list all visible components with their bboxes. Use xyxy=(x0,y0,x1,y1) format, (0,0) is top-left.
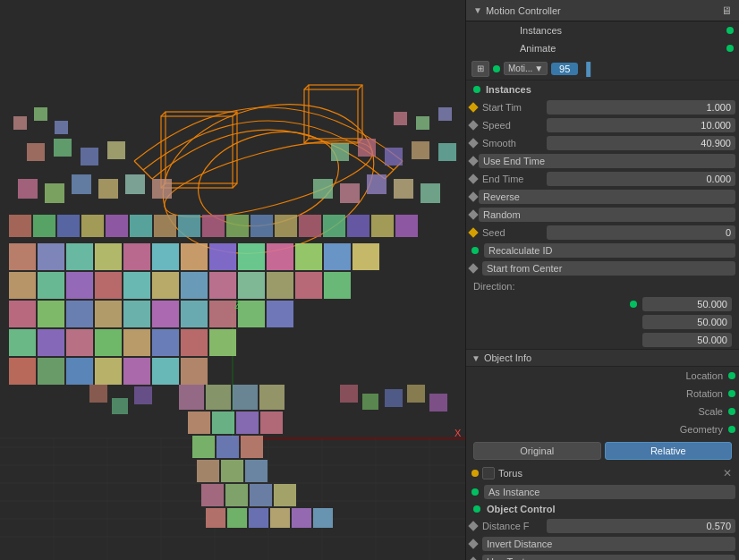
svg-rect-145 xyxy=(249,508,268,528)
random-label[interactable]: Random xyxy=(479,208,735,222)
svg-rect-59 xyxy=(181,301,208,327)
use-textures-label[interactable]: Use Textures xyxy=(482,555,735,560)
motion-dropdown[interactable]: Moti... ▼ xyxy=(504,62,548,75)
svg-rect-39 xyxy=(38,358,64,385)
invert-distance-label[interactable]: Invert Distance xyxy=(482,537,735,551)
start-from-center-label[interactable]: Start from Center xyxy=(482,261,735,276)
use-end-time-diamond-icon[interactable] xyxy=(468,156,478,165)
svg-rect-87 xyxy=(353,243,379,270)
smooth-value[interactable]: 40.900 xyxy=(547,136,735,150)
smooth-label: Smooth xyxy=(482,138,545,148)
seed-value[interactable]: 0 xyxy=(547,225,735,240)
torus-label: Torus xyxy=(498,468,718,479)
smooth-diamond-icon[interactable] xyxy=(468,138,478,148)
svg-rect-79 xyxy=(123,243,150,270)
rotation-socket[interactable] xyxy=(728,390,735,397)
svg-rect-78 xyxy=(95,243,122,270)
smooth-row: Smooth 40.900 xyxy=(466,134,739,152)
seed-diamond-icon[interactable] xyxy=(468,227,478,237)
start-time-row: Start Tim 1.000 xyxy=(466,98,739,116)
svg-rect-144 xyxy=(227,508,247,528)
svg-rect-52 xyxy=(209,329,236,356)
speed-diamond-icon[interactable] xyxy=(468,120,478,130)
svg-rect-86 xyxy=(324,243,351,270)
direction-value-1-row: 50.000 xyxy=(466,295,739,313)
original-relative-row: Original Relative xyxy=(466,438,739,463)
svg-rect-104 xyxy=(395,215,418,237)
svg-rect-158 xyxy=(34,107,47,121)
seed-label: Seed xyxy=(482,227,545,238)
direction-label: Direction: xyxy=(473,281,514,292)
reverse-row: Reverse xyxy=(466,188,739,206)
animate-socket[interactable] xyxy=(726,45,734,52)
relative-button[interactable]: Relative xyxy=(605,442,733,460)
reverse-label[interactable]: Reverse xyxy=(479,190,735,204)
end-time-value[interactable]: 0.000 xyxy=(547,172,735,186)
viewport[interactable]: X Z xyxy=(0,0,465,560)
svg-rect-128 xyxy=(259,385,285,410)
svg-rect-85 xyxy=(295,243,322,270)
value-field-95[interactable]: 95 xyxy=(551,63,578,75)
svg-rect-138 xyxy=(245,460,268,482)
use-end-time-label[interactable]: Use End Time xyxy=(479,154,735,168)
svg-rect-151 xyxy=(134,386,152,404)
as-instance-row: As Instance xyxy=(466,483,739,501)
icon-button-1[interactable]: ⊞ xyxy=(471,61,489,77)
collapse-arrow-icon[interactable]: ▼ xyxy=(473,5,482,15)
start-time-diamond-icon[interactable] xyxy=(468,102,478,112)
svg-rect-67 xyxy=(123,272,150,299)
distance-diamond-icon[interactable] xyxy=(468,521,478,530)
use-end-time-row: Use End Time xyxy=(466,152,739,170)
location-socket[interactable] xyxy=(728,372,735,379)
svg-text:X: X xyxy=(454,428,462,438)
use-textures-diamond-icon[interactable] xyxy=(468,556,478,560)
svg-text:Z: Z xyxy=(234,300,241,310)
svg-rect-74 xyxy=(324,272,351,299)
svg-rect-108 xyxy=(98,179,118,199)
speed-label: Speed xyxy=(482,120,545,131)
random-diamond-icon[interactable] xyxy=(468,209,478,219)
obj-control-connector xyxy=(473,505,480,513)
instances-socket[interactable] xyxy=(726,27,734,34)
geometry-socket[interactable] xyxy=(728,426,735,433)
direction-value-2[interactable]: 50.000 xyxy=(642,315,732,329)
direction-value-3-row: 50.000 xyxy=(466,331,739,349)
speed-value[interactable]: 10.000 xyxy=(547,118,735,132)
distance-value[interactable]: 0.570 xyxy=(547,519,735,533)
seed-row: Seed 0 xyxy=(466,224,739,242)
direction-value-1[interactable]: 50.000 xyxy=(642,297,732,311)
svg-rect-119 xyxy=(107,141,125,159)
svg-rect-113 xyxy=(367,174,386,194)
svg-rect-118 xyxy=(81,148,98,165)
svg-rect-44 xyxy=(181,358,208,385)
svg-rect-66 xyxy=(95,272,122,299)
svg-rect-65 xyxy=(66,272,93,299)
panel-settings-icon[interactable]: 🖥 xyxy=(721,4,732,17)
svg-rect-76 xyxy=(38,243,64,270)
direction-value-3[interactable]: 50.000 xyxy=(642,333,732,347)
torus-close-button[interactable]: ✕ xyxy=(721,467,734,479)
torus-checkbox[interactable] xyxy=(482,467,495,479)
svg-rect-131 xyxy=(236,412,259,434)
recalculate-id-row[interactable]: Recalculate ID xyxy=(466,242,739,259)
scale-socket[interactable] xyxy=(728,408,735,415)
panel-title-label: Motion Controller xyxy=(486,5,561,16)
object-info-header[interactable]: ▼ Object Info xyxy=(466,349,739,367)
start-time-value[interactable]: 1.000 xyxy=(547,100,735,115)
reverse-diamond-icon[interactable] xyxy=(468,191,478,201)
recalculate-id-label[interactable]: Recalculate ID xyxy=(484,243,735,258)
start-from-center-diamond-icon[interactable] xyxy=(468,263,478,273)
end-time-diamond-icon[interactable] xyxy=(468,174,478,183)
original-button[interactable]: Original xyxy=(473,442,601,460)
end-time-row: End Time 0.000 xyxy=(466,170,739,188)
as-instance-label[interactable]: As Instance xyxy=(484,485,735,499)
svg-rect-100 xyxy=(299,215,321,237)
svg-rect-132 xyxy=(260,412,283,434)
end-time-label: End Time xyxy=(482,174,545,184)
svg-rect-122 xyxy=(385,148,403,165)
svg-rect-98 xyxy=(251,215,273,237)
svg-rect-120 xyxy=(331,143,349,161)
start-from-center-row: Start from Center xyxy=(466,259,739,277)
invert-distance-diamond-icon[interactable] xyxy=(468,539,478,548)
animate-label: Animate xyxy=(520,43,556,54)
